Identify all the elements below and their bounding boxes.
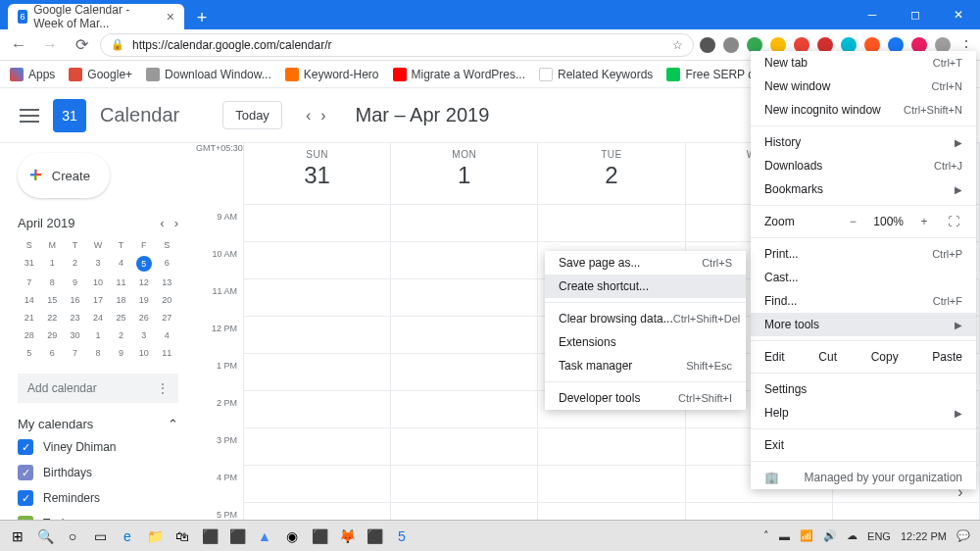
clock[interactable]: 12:22 PM [901, 530, 947, 542]
today-button[interactable]: Today [222, 101, 282, 129]
menu-downloads[interactable]: DownloadsCtrl+J [751, 154, 976, 177]
mini-day[interactable]: 7 [64, 346, 86, 360]
mini-day[interactable]: 12 [132, 276, 155, 289]
more-icon[interactable]: ⋮ [157, 381, 169, 395]
mini-day[interactable]: 27 [156, 311, 178, 325]
task-icon[interactable]: ▲ [251, 523, 278, 550]
mini-day[interactable]: 11 [110, 276, 132, 289]
mini-day[interactable]: 18 [110, 293, 132, 307]
next-week-button[interactable]: › [320, 107, 325, 125]
onedrive-icon[interactable]: ☁ [847, 529, 858, 542]
menu-incognito[interactable]: New incognito windowCtrl+Shift+N [751, 98, 976, 122]
hour-cell[interactable] [391, 353, 537, 390]
bookmark-item[interactable]: Keyword-Hero [285, 68, 379, 81]
hour-cell[interactable] [244, 465, 390, 502]
mini-day[interactable]: 4 [110, 256, 132, 272]
prev-week-button[interactable]: ‹ [306, 107, 311, 125]
mini-day[interactable]: 24 [86, 311, 109, 325]
mini-day[interactable]: 30 [64, 328, 86, 342]
submenu-save-as[interactable]: Save page as...Ctrl+S [545, 251, 746, 275]
notification-icon[interactable]: 💬 [956, 529, 970, 542]
mini-day[interactable]: 21 [18, 311, 40, 325]
mini-day[interactable]: 8 [86, 346, 109, 360]
mini-day[interactable]: 28 [18, 328, 40, 342]
submenu-extensions[interactable]: Extensions [545, 330, 746, 354]
hour-cell[interactable] [391, 241, 537, 278]
mini-day[interactable]: 20 [156, 293, 178, 307]
checkbox-icon[interactable]: ✓ [18, 490, 33, 506]
bookmark-item[interactable]: Download Window... [146, 68, 271, 81]
mini-day[interactable]: 25 [110, 311, 132, 325]
explorer-icon[interactable]: 📁 [141, 523, 169, 550]
mini-day[interactable]: 9 [64, 276, 86, 289]
menu-history[interactable]: History▶ [751, 130, 976, 154]
mini-day[interactable]: 15 [40, 293, 63, 307]
menu-more-tools[interactable]: More tools▶ [751, 313, 976, 336]
mini-day[interactable]: 5 [18, 346, 40, 360]
new-tab-button[interactable]: + [190, 6, 214, 29]
battery-icon[interactable]: ▬ [779, 530, 790, 542]
hour-cell[interactable] [244, 316, 390, 353]
hour-cell[interactable] [244, 204, 390, 241]
search-icon[interactable]: 🔍 [31, 523, 59, 550]
mini-day[interactable]: 29 [40, 328, 63, 342]
task-icon[interactable]: ⬛ [306, 523, 333, 550]
ext-icon[interactable] [723, 37, 739, 53]
volume-icon[interactable]: 🔊 [823, 529, 837, 542]
submenu-create-shortcut[interactable]: Create shortcut... [545, 275, 746, 298]
hour-cell[interactable] [538, 204, 684, 241]
chrome-icon[interactable]: ◉ [278, 523, 306, 550]
hour-cell[interactable] [391, 316, 537, 353]
mini-day[interactable]: 26 [132, 311, 155, 325]
menu-cut[interactable]: Cut [818, 350, 837, 364]
mini-day[interactable]: 17 [86, 293, 109, 307]
zoom-out-button[interactable]: − [844, 215, 861, 228]
window-close-icon[interactable]: ✕ [937, 0, 980, 29]
mini-next-icon[interactable]: › [174, 216, 178, 230]
menu-paste[interactable]: Paste [932, 350, 962, 364]
firefox-icon[interactable]: 🦊 [333, 523, 361, 550]
start-button[interactable]: ⊞ [4, 523, 31, 550]
edge-icon[interactable]: e [114, 523, 141, 550]
hour-cell[interactable] [391, 390, 537, 427]
wifi-icon[interactable]: 📶 [800, 529, 813, 542]
task-icon[interactable]: 5 [388, 523, 416, 550]
bookmark-apps[interactable]: Apps [10, 68, 55, 81]
day-column[interactable]: SUN31 [244, 143, 391, 551]
mini-day[interactable]: 2 [64, 256, 86, 272]
mini-day[interactable]: 1 [86, 328, 109, 342]
mini-day[interactable]: 5 [136, 256, 152, 272]
store-icon[interactable]: 🛍 [169, 523, 196, 550]
checkbox-icon[interactable]: ✓ [18, 439, 33, 455]
menu-help[interactable]: Help▶ [751, 401, 976, 425]
browser-tab[interactable]: 6 Google Calendar - Week of Mar... × [8, 4, 184, 29]
hamburger-menu-icon[interactable] [20, 109, 39, 123]
mini-day[interactable]: 19 [132, 293, 155, 307]
window-minimize-icon[interactable]: ─ [851, 0, 894, 29]
task-icon[interactable]: ⬛ [196, 523, 223, 550]
submenu-clear-data[interactable]: Clear browsing data...Ctrl+Shift+Del [545, 307, 746, 330]
cortana-icon[interactable]: ○ [59, 523, 86, 550]
bookmark-item[interactable]: Migrate a WordPres... [393, 68, 525, 81]
hour-cell[interactable] [538, 427, 684, 465]
forward-button[interactable]: → [37, 32, 63, 58]
mini-day[interactable]: 6 [40, 346, 63, 360]
calendar-item[interactable]: ✓Reminders [18, 490, 178, 506]
hour-cell[interactable] [391, 204, 537, 241]
mini-day[interactable]: 10 [86, 276, 109, 289]
hour-cell[interactable] [538, 465, 684, 502]
my-calendars-header[interactable]: My calendars⌃ [18, 417, 178, 431]
mini-day[interactable]: 10 [132, 346, 155, 360]
checkbox-icon[interactable]: ✓ [18, 465, 33, 480]
submenu-task-manager[interactable]: Task managerShift+Esc [545, 354, 746, 377]
bookmark-item[interactable]: Related Keywords [539, 68, 653, 81]
menu-new-tab[interactable]: New tabCtrl+T [751, 51, 976, 75]
mini-day[interactable]: 8 [40, 276, 63, 289]
menu-find[interactable]: Find...Ctrl+F [751, 289, 976, 313]
mini-day[interactable]: 3 [86, 256, 109, 272]
calendar-item[interactable]: ✓Viney Dhiman [18, 439, 178, 455]
menu-cast[interactable]: Cast... [751, 266, 976, 289]
mini-day[interactable]: 2 [110, 328, 132, 342]
hour-cell[interactable] [244, 353, 390, 390]
mini-prev-icon[interactable]: ‹ [160, 216, 164, 230]
